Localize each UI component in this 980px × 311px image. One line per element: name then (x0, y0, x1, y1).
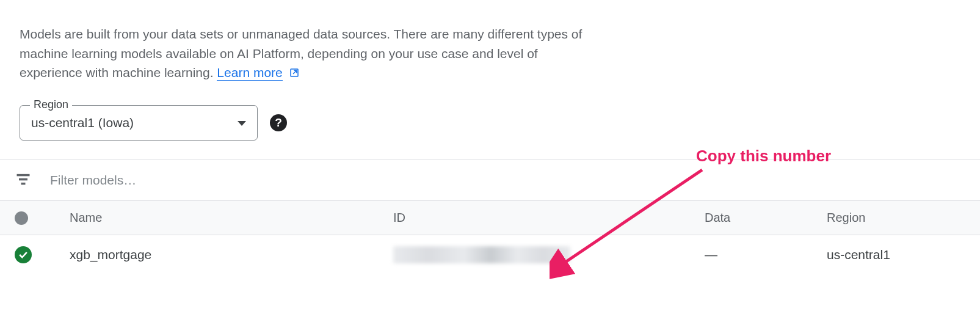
chevron-down-icon (238, 118, 246, 128)
learn-more-link[interactable]: Learn more (217, 65, 282, 81)
external-link-icon (289, 64, 300, 84)
table-header: Name ID Data Region (0, 201, 980, 235)
redacted-id (393, 246, 570, 263)
row-name: xgb_mortgage (70, 247, 393, 262)
filter-bar (0, 159, 980, 201)
description-body: Models are built from your data sets or … (20, 27, 582, 79)
row-id (393, 246, 705, 263)
status-dot-icon (15, 211, 28, 225)
row-region: us-central1 (827, 247, 965, 262)
table-row[interactable]: xgb_mortgage — us-central1 (0, 235, 980, 274)
filter-icon[interactable] (15, 170, 32, 189)
status-success-icon (15, 246, 32, 263)
region-label: Region (30, 98, 72, 111)
region-select[interactable]: Region us-central1 (Iowa) (20, 105, 258, 141)
help-icon[interactable]: ? (270, 114, 287, 131)
filter-input[interactable] (50, 173, 294, 188)
column-status (15, 211, 70, 225)
svg-rect-2 (19, 178, 27, 181)
column-region[interactable]: Region (827, 211, 965, 225)
region-value: us-central1 (Iowa) (31, 115, 134, 130)
svg-rect-3 (21, 183, 26, 185)
row-data: — (705, 247, 827, 262)
svg-rect-1 (17, 174, 30, 177)
column-data[interactable]: Data (705, 211, 827, 225)
column-id[interactable]: ID (393, 211, 705, 225)
column-name[interactable]: Name (70, 211, 393, 225)
description-text: Models are built from your data sets or … (0, 24, 611, 83)
